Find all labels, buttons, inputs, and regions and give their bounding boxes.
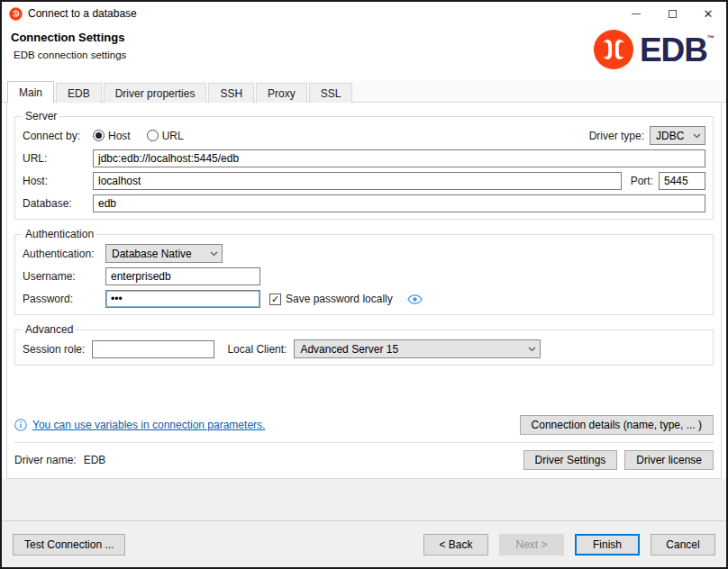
- maximize-button[interactable]: [654, 2, 690, 25]
- tab-edb[interactable]: EDB: [56, 83, 102, 103]
- authentication-label: Authentication:: [23, 248, 105, 260]
- tab-content-main: Server Connect by: Host URL Driver type:…: [6, 103, 722, 479]
- url-label: URL:: [23, 152, 93, 165]
- driver-name-label: Driver name:: [14, 454, 77, 466]
- advanced-group-legend: Advanced: [23, 323, 76, 336]
- advanced-group: Advanced Session role: Local Client: Adv…: [14, 323, 714, 366]
- radio-selected-icon: [93, 130, 105, 141]
- server-group-legend: Server: [23, 110, 59, 122]
- page-title: Connection Settings: [11, 31, 126, 44]
- host-input[interactable]: [93, 172, 622, 190]
- host-radio-label: Host: [108, 130, 131, 142]
- driver-name-value: EDB: [84, 454, 106, 466]
- connect-by-label: Connect by:: [23, 130, 93, 142]
- minimize-icon: [632, 14, 641, 14]
- password-label: Password:: [23, 293, 105, 305]
- session-role-input[interactable]: [92, 340, 214, 358]
- save-password-label: Save password locally: [286, 293, 393, 305]
- tab-ssh[interactable]: SSH: [208, 83, 254, 103]
- trademark-symbol: ™: [707, 35, 714, 42]
- tab-ssl[interactable]: SSL: [309, 83, 353, 103]
- url-radio-label: URL: [162, 130, 184, 142]
- page-subtitle: EDB connection settings: [14, 50, 126, 60]
- minimize-button[interactable]: [618, 2, 654, 25]
- driver-type-value: JDBC: [656, 130, 684, 142]
- close-icon: ✕: [704, 8, 714, 20]
- local-client-label: Local Client:: [227, 343, 287, 356]
- password-input[interactable]: [105, 290, 260, 308]
- tab-main[interactable]: Main: [7, 81, 54, 103]
- test-connection-button[interactable]: Test Connection ...: [13, 534, 125, 555]
- username-input[interactable]: [105, 267, 260, 285]
- authentication-select[interactable]: Database Native: [105, 244, 223, 263]
- action-bar: Test Connection ... < Back Next > Finish…: [2, 520, 726, 567]
- edb-wordmark: EDB™: [640, 33, 714, 67]
- port-input[interactable]: [659, 172, 705, 190]
- chevron-down-icon: [693, 133, 701, 139]
- driver-type-select[interactable]: JDBC: [650, 126, 705, 145]
- driver-type-label: Driver type:: [589, 130, 644, 142]
- back-button[interactable]: < Back: [423, 534, 488, 555]
- database-label: Database:: [23, 197, 93, 210]
- authentication-group: Authentication Authentication: Database …: [14, 228, 714, 315]
- tab-driver-properties[interactable]: Driver properties: [104, 83, 207, 103]
- radio-unselected-icon: [147, 130, 159, 141]
- connect-by-url-radio[interactable]: URL: [147, 130, 184, 142]
- dialog-header: Connection Settings EDB connection setti…: [2, 25, 726, 81]
- database-input[interactable]: [93, 194, 705, 212]
- checkbox-checked-icon: ✓: [269, 294, 281, 305]
- variables-hint-link[interactable]: You can use variables in connection para…: [32, 419, 265, 431]
- host-label: Host:: [23, 175, 93, 187]
- finish-button[interactable]: Finish: [575, 534, 640, 555]
- local-client-select[interactable]: Advanced Server 15: [294, 339, 541, 358]
- show-password-eye-icon[interactable]: [407, 294, 423, 304]
- local-client-value: Advanced Server 15: [300, 343, 398, 356]
- tab-proxy[interactable]: Proxy: [256, 83, 307, 103]
- edb-app-icon: [9, 7, 23, 21]
- maximize-icon: [669, 10, 677, 18]
- chevron-down-icon: [210, 251, 218, 257]
- port-label: Port:: [631, 175, 653, 187]
- connect-by-host-radio[interactable]: Host: [93, 130, 131, 142]
- url-input: [93, 149, 705, 167]
- save-password-checkbox[interactable]: ✓ Save password locally: [269, 293, 393, 305]
- edb-logo-icon: [593, 29, 634, 70]
- cancel-button[interactable]: Cancel: [651, 534, 715, 555]
- driver-license-button[interactable]: Driver license: [624, 450, 714, 470]
- authentication-value: Database Native: [112, 248, 192, 260]
- username-label: Username:: [23, 270, 105, 283]
- info-icon: [14, 419, 27, 431]
- tab-bar: Main EDB Driver properties SSH Proxy SSL: [2, 81, 726, 103]
- session-role-label: Session role:: [23, 343, 85, 356]
- window-title: Connect to a database: [28, 7, 137, 20]
- edb-logo: EDB™: [593, 29, 714, 70]
- connection-details-button[interactable]: Connection details (name, type, ... ): [520, 415, 714, 435]
- next-button: Next >: [499, 534, 564, 555]
- connect-database-dialog: Connect to a database ✕ Connection Setti…: [0, 0, 728, 569]
- authentication-group-legend: Authentication: [23, 228, 96, 240]
- chevron-down-icon: [528, 347, 536, 352]
- title-bar: Connect to a database ✕: [2, 2, 726, 25]
- dialog-filler: [2, 479, 726, 520]
- server-group: Server Connect by: Host URL Driver type:…: [14, 110, 714, 220]
- close-button[interactable]: ✕: [690, 2, 726, 25]
- driver-settings-button[interactable]: Driver Settings: [523, 450, 618, 470]
